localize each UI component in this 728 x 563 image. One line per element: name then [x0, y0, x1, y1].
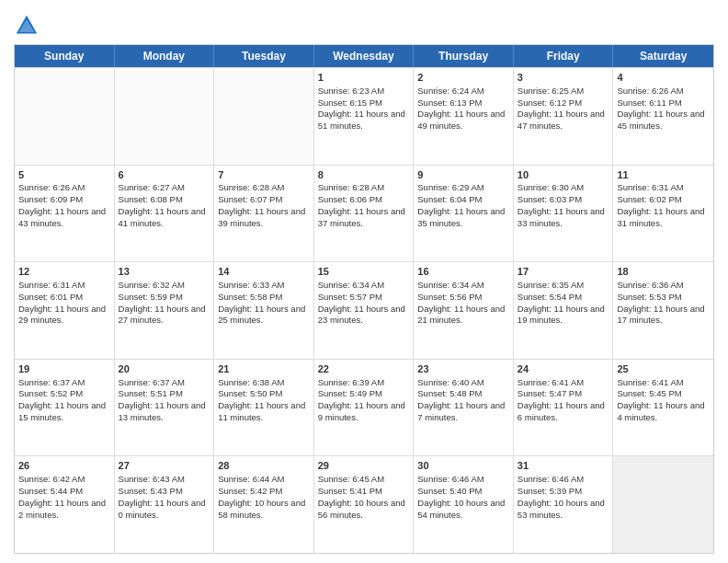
daylight-text: Daylight: 11 hours and 15 minutes.	[18, 400, 106, 422]
daylight-text: Daylight: 11 hours and 17 minutes.	[617, 304, 704, 326]
sunset-text: Sunset: 5:59 PM	[119, 292, 183, 302]
daylight-text: Daylight: 11 hours and 29 minutes.	[18, 304, 106, 326]
cal-cell: 18Sunrise: 6:36 AMSunset: 5:53 PMDayligh…	[613, 262, 713, 359]
cal-cell: 23Sunrise: 6:40 AMSunset: 5:48 PMDayligh…	[414, 360, 514, 456]
sunrise-text: Sunrise: 6:26 AM	[18, 182, 85, 192]
daylight-text: Daylight: 11 hours and 6 minutes.	[518, 400, 605, 422]
sunset-text: Sunset: 5:58 PM	[218, 292, 282, 302]
calendar-body: 1Sunrise: 6:23 AMSunset: 6:15 PMDaylight…	[15, 67, 713, 553]
sunset-text: Sunset: 5:50 PM	[218, 388, 282, 398]
day-header-saturday: Saturday	[613, 45, 713, 67]
cal-cell: 31Sunrise: 6:46 AMSunset: 5:39 PMDayligh…	[514, 456, 614, 553]
day-number: 15	[318, 265, 410, 279]
cal-cell: 6Sunrise: 6:27 AMSunset: 6:08 PMDaylight…	[115, 166, 215, 262]
daylight-text: Daylight: 11 hours and 0 minutes.	[119, 498, 206, 520]
day-number: 11	[617, 168, 710, 182]
sunset-text: Sunset: 5:43 PM	[119, 486, 183, 496]
day-number: 1	[318, 71, 410, 85]
calendar-header: SundayMondayTuesdayWednesdayThursdayFrid…	[15, 45, 713, 67]
cal-cell	[214, 68, 314, 165]
sunrise-text: Sunrise: 6:34 AM	[318, 280, 384, 290]
day-number: 3	[518, 71, 609, 85]
day-number: 26	[18, 459, 110, 473]
cal-cell: 22Sunrise: 6:39 AMSunset: 5:49 PMDayligh…	[314, 360, 415, 456]
cal-cell: 10Sunrise: 6:30 AMSunset: 6:03 PMDayligh…	[514, 166, 614, 262]
sunrise-text: Sunrise: 6:23 AM	[318, 86, 384, 96]
sunset-text: Sunset: 6:04 PM	[417, 194, 482, 204]
sunrise-text: Sunrise: 6:43 AM	[119, 474, 185, 484]
sunrise-text: Sunrise: 6:46 AM	[417, 474, 483, 484]
daylight-text: Daylight: 11 hours and 51 minutes.	[318, 109, 405, 131]
sunset-text: Sunset: 6:12 PM	[518, 98, 582, 108]
day-number: 12	[18, 265, 110, 279]
daylight-text: Daylight: 11 hours and 2 minutes.	[18, 498, 106, 520]
day-number: 13	[119, 265, 210, 279]
day-number: 2	[417, 71, 509, 85]
sunset-text: Sunset: 5:45 PM	[617, 388, 681, 398]
logo-icon	[14, 13, 40, 39]
cal-cell: 19Sunrise: 6:37 AMSunset: 5:52 PMDayligh…	[15, 360, 115, 456]
cal-cell: 17Sunrise: 6:35 AMSunset: 5:54 PMDayligh…	[514, 262, 614, 359]
day-number: 6	[119, 168, 210, 182]
daylight-text: Daylight: 10 hours and 56 minutes.	[318, 498, 405, 520]
day-number: 18	[617, 265, 710, 279]
cal-cell: 11Sunrise: 6:31 AMSunset: 6:02 PMDayligh…	[613, 166, 713, 262]
day-number: 30	[417, 459, 509, 473]
daylight-text: Daylight: 11 hours and 43 minutes.	[18, 206, 106, 228]
sunset-text: Sunset: 6:06 PM	[318, 194, 382, 204]
cal-cell: 7Sunrise: 6:28 AMSunset: 6:07 PMDaylight…	[214, 166, 314, 262]
sunrise-text: Sunrise: 6:42 AM	[18, 474, 85, 484]
sunset-text: Sunset: 6:11 PM	[617, 98, 681, 108]
daylight-text: Daylight: 11 hours and 27 minutes.	[119, 304, 206, 326]
day-number: 31	[518, 459, 609, 473]
cal-cell: 5Sunrise: 6:26 AMSunset: 6:09 PMDaylight…	[15, 166, 115, 262]
sunset-text: Sunset: 5:56 PM	[417, 292, 482, 302]
day-number: 7	[218, 168, 310, 182]
sunrise-text: Sunrise: 6:41 AM	[518, 377, 584, 387]
day-number: 25	[617, 362, 710, 376]
week-row-2: 5Sunrise: 6:26 AMSunset: 6:09 PMDaylight…	[15, 165, 713, 262]
sunset-text: Sunset: 5:53 PM	[617, 292, 681, 302]
sunset-text: Sunset: 6:07 PM	[218, 194, 282, 204]
sunrise-text: Sunrise: 6:36 AM	[617, 280, 683, 290]
sunset-text: Sunset: 6:13 PM	[417, 98, 482, 108]
daylight-text: Daylight: 10 hours and 54 minutes.	[417, 498, 505, 520]
sunset-text: Sunset: 5:51 PM	[119, 388, 183, 398]
cal-cell: 28Sunrise: 6:44 AMSunset: 5:42 PMDayligh…	[214, 456, 314, 553]
week-row-1: 1Sunrise: 6:23 AMSunset: 6:15 PMDaylight…	[15, 67, 713, 165]
sunrise-text: Sunrise: 6:33 AM	[218, 280, 284, 290]
week-row-3: 12Sunrise: 6:31 AMSunset: 6:01 PMDayligh…	[15, 261, 713, 359]
sunset-text: Sunset: 6:09 PM	[18, 194, 83, 204]
header	[14, 9, 714, 39]
day-number: 21	[218, 362, 310, 376]
sunrise-text: Sunrise: 6:31 AM	[18, 280, 85, 290]
sunrise-text: Sunrise: 6:24 AM	[417, 86, 483, 96]
day-number: 27	[119, 459, 210, 473]
day-header-monday: Monday	[115, 45, 215, 67]
cal-cell: 13Sunrise: 6:32 AMSunset: 5:59 PMDayligh…	[115, 262, 215, 359]
daylight-text: Daylight: 10 hours and 53 minutes.	[518, 498, 605, 520]
sunset-text: Sunset: 5:40 PM	[417, 486, 482, 496]
day-number: 24	[518, 362, 609, 376]
daylight-text: Daylight: 11 hours and 35 minutes.	[417, 206, 505, 228]
sunset-text: Sunset: 6:03 PM	[518, 194, 582, 204]
day-number: 23	[417, 362, 509, 376]
cal-cell: 30Sunrise: 6:46 AMSunset: 5:40 PMDayligh…	[414, 456, 514, 553]
daylight-text: Daylight: 11 hours and 9 minutes.	[318, 400, 405, 422]
daylight-text: Daylight: 11 hours and 25 minutes.	[218, 304, 305, 326]
cal-cell: 8Sunrise: 6:28 AMSunset: 6:06 PMDaylight…	[314, 166, 415, 262]
sunrise-text: Sunrise: 6:41 AM	[617, 377, 683, 387]
sunrise-text: Sunrise: 6:44 AM	[218, 474, 284, 484]
cal-cell: 2Sunrise: 6:24 AMSunset: 6:13 PMDaylight…	[414, 68, 514, 165]
sunrise-text: Sunrise: 6:28 AM	[318, 182, 384, 192]
daylight-text: Daylight: 11 hours and 33 minutes.	[518, 206, 605, 228]
cal-cell: 4Sunrise: 6:26 AMSunset: 6:11 PMDaylight…	[613, 68, 713, 165]
day-number: 29	[318, 459, 410, 473]
cal-cell: 20Sunrise: 6:37 AMSunset: 5:51 PMDayligh…	[115, 360, 215, 456]
logo	[14, 13, 43, 39]
sunrise-text: Sunrise: 6:31 AM	[617, 182, 683, 192]
page: SundayMondayTuesdayWednesdayThursdayFrid…	[0, 0, 728, 563]
sunset-text: Sunset: 5:39 PM	[518, 486, 582, 496]
daylight-text: Daylight: 11 hours and 23 minutes.	[318, 304, 405, 326]
sunset-text: Sunset: 5:44 PM	[18, 486, 83, 496]
